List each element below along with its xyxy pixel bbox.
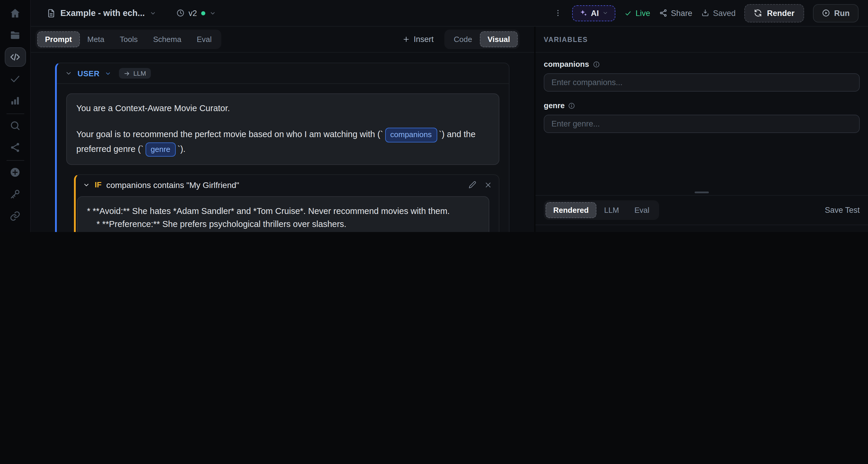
folder-icon [9, 30, 21, 41]
variables-form: companions genre [535, 53, 868, 195]
variable-label-genre: genre [544, 101, 860, 110]
variable-chip-companions[interactable]: companions [385, 128, 437, 142]
variables-header: VARIABLES [535, 27, 868, 53]
arrow-right-icon [124, 70, 130, 76]
panel-splitter[interactable] [535, 195, 868, 196]
topbar-actions: AI Live Share Saved Render [552, 4, 859, 22]
ai-button-label: AI [591, 8, 599, 18]
live-status[interactable]: Live [624, 8, 650, 18]
prompt-goal: Your goal is to recommend the perfect mo… [76, 128, 489, 157]
sidebar-item-analytics[interactable] [4, 91, 26, 110]
editor-tabs: Prompt Meta Tools Schema Eval [35, 30, 221, 49]
sidebar-item-billing[interactable] [4, 228, 26, 232]
info-icon[interactable] [568, 102, 576, 109]
page-title: Example - with ech... [60, 8, 145, 18]
version-menu[interactable]: v2 [176, 8, 216, 18]
tab-schema[interactable]: Schema [146, 31, 189, 47]
editor-canvas[interactable]: USER LLM You are a Context-Aware Movie C… [31, 53, 534, 232]
kebab-menu-icon[interactable] [552, 8, 563, 18]
render-label: Render [767, 8, 794, 18]
collapse-chevron-icon[interactable] [83, 181, 90, 189]
topbar: Example - with ech... v2 AI Live [31, 0, 868, 27]
tab-tools[interactable]: Tools [112, 31, 146, 47]
sidebar-item-editor[interactable] [4, 47, 26, 67]
chevron-down-icon[interactable] [105, 70, 112, 76]
if-block-girlfriend: IF companions contains "My Girlfriend" *… [74, 174, 499, 232]
tab-meta[interactable]: Meta [80, 31, 112, 47]
companions-input[interactable] [544, 73, 860, 92]
status-dot [201, 11, 205, 15]
close-icon[interactable] [485, 181, 492, 189]
sidebar-item-files[interactable] [4, 25, 26, 45]
variable-chip-genre[interactable]: genre [145, 142, 176, 156]
share-label: Share [671, 8, 692, 18]
share-nodes-icon [9, 142, 21, 153]
main-area: Example - with ech... v2 AI Live [31, 0, 868, 232]
refresh-icon [754, 9, 762, 17]
tab-prompt[interactable]: Prompt [37, 31, 80, 47]
version-label: v2 [188, 8, 197, 18]
collapse-chevron-icon[interactable] [65, 70, 72, 77]
save-test-button[interactable]: Save Test [825, 206, 860, 214]
sidebar-divider [6, 113, 24, 114]
file-icon [47, 8, 56, 18]
tab-llm[interactable]: LLM [596, 202, 627, 218]
check-icon [9, 73, 21, 85]
insert-label: Insert [413, 35, 434, 44]
view-toggle: Code Visual [444, 30, 520, 49]
if-keyword: IF [95, 180, 101, 190]
render-button[interactable]: Render [744, 4, 804, 22]
chevron-down-icon [602, 10, 608, 16]
sidebar-item-keys[interactable] [4, 185, 26, 204]
variable-name: companions [544, 60, 589, 69]
sidebar-item-share[interactable] [4, 138, 26, 157]
message-header: USER LLM [57, 63, 509, 84]
llm-label: LLM [133, 70, 146, 77]
drag-handle[interactable] [695, 192, 709, 193]
share-button[interactable]: Share [659, 8, 692, 18]
variables-panel: VARIABLES companions genre [535, 27, 868, 232]
llm-target-badge[interactable]: LLM [119, 68, 151, 78]
key-icon [9, 189, 21, 200]
tab-eval[interactable]: Eval [189, 31, 219, 47]
run-label: Run [834, 8, 850, 18]
tab-rendered[interactable]: Rendered [546, 202, 596, 218]
bar-chart-icon [9, 95, 21, 106]
goal-text: Your goal is to recommend the perfect mo… [76, 130, 383, 139]
sidebar-divider [6, 160, 24, 161]
sidebar-item-home[interactable] [4, 4, 26, 23]
if-header[interactable]: IF companions contains "My Girlfriend" [76, 175, 499, 195]
view-visual[interactable]: Visual [480, 31, 518, 47]
saved-label: Saved [713, 8, 736, 18]
if-body-text[interactable]: * **Avoid:** She hates *Adam Sandler* an… [77, 196, 489, 232]
editor-pane: Prompt Meta Tools Schema Eval Insert Cod… [31, 27, 535, 232]
sidebar-item-new[interactable] [4, 163, 26, 182]
share-nodes-icon [659, 9, 668, 17]
tab-eval-output[interactable]: Eval [627, 202, 657, 218]
editor-toolbar: Prompt Meta Tools Schema Eval Insert Cod… [31, 27, 534, 53]
plus-icon [402, 35, 410, 43]
document-title-menu[interactable]: Example - with ech... [47, 8, 156, 18]
view-code[interactable]: Code [446, 31, 480, 47]
insert-button[interactable]: Insert [402, 35, 434, 44]
genre-input[interactable] [544, 115, 860, 133]
saved-status[interactable]: Saved [701, 8, 736, 18]
search-icon [9, 120, 21, 131]
ai-button[interactable]: AI [572, 5, 615, 21]
role-label[interactable]: USER [78, 69, 100, 78]
play-circle-icon [822, 9, 830, 17]
prompt-text-box[interactable]: You are a Context-Aware Movie Curator. Y… [66, 93, 499, 165]
run-button[interactable]: Run [813, 4, 859, 22]
code-icon [9, 52, 21, 63]
sidebar-item-links[interactable] [4, 206, 26, 226]
variable-name: genre [544, 101, 565, 110]
variable-label-companions: companions [544, 60, 860, 69]
sidebar-item-checks[interactable] [4, 69, 26, 89]
prompt-intro: You are a Context-Aware Movie Curator. [76, 102, 489, 115]
edit-pencil-icon[interactable] [469, 181, 476, 189]
message-block-user: USER LLM You are a Context-Aware Movie C… [55, 63, 509, 232]
live-label: Live [636, 8, 650, 18]
sidebar-item-search[interactable] [4, 116, 26, 135]
plus-circle-icon [9, 167, 21, 178]
info-icon[interactable] [593, 61, 600, 68]
